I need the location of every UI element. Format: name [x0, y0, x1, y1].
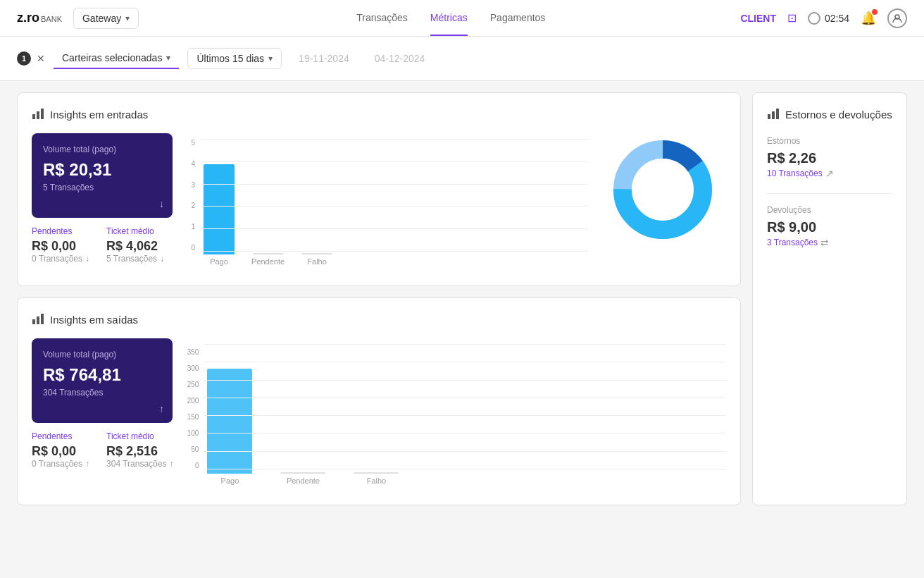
filters-bar: 1 ✕ Carteiras selecionadas ▾ Últimos 15 …	[0, 37, 924, 81]
bar-pago: Pago	[204, 164, 235, 266]
wallet-label: Carteiras selecionadas	[62, 52, 162, 63]
estornos-section: Estornos R$ 2,26 10 Transações ↗	[767, 136, 892, 179]
chart-icon	[32, 312, 44, 327]
arrow-down-icon: ↓	[159, 198, 164, 209]
estornos-card: Estornos e devoluções Estornos R$ 2,26 1…	[752, 92, 907, 505]
header: z.roBANK Gateway ▾ Transações Métricas P…	[0, 0, 924, 37]
devolucoes-transactions: 3 Transações ⇄	[767, 237, 892, 248]
screen-icon: ⊡	[787, 11, 797, 25]
wallet-selector[interactable]: Carteiras selecionadas ▾	[54, 48, 179, 69]
bar-pago-label: Pago	[210, 257, 228, 266]
devolucoes-section: Devoluções R$ 9,00 3 Transações ⇄	[767, 205, 892, 248]
date-range-selector[interactable]: Últimos 15 dias ▾	[187, 48, 282, 69]
saidas-body: Volume total (pago) R$ 764,81 304 Transa…	[32, 338, 726, 491]
saidas-pendentes-metric: Pendentes R$ 0,00 0 Transações ↑	[32, 431, 89, 469]
ticket-label: Ticket médio	[106, 431, 173, 441]
saidas-ticket-medio-metric: Ticket médio R$ 2,516 304 Transações ↑	[106, 431, 173, 469]
estornos-label: Estornos e devoluções	[785, 109, 892, 121]
svg-point-7	[632, 159, 694, 221]
arrow-topright-icon: ↗	[825, 168, 834, 179]
gateway-selector[interactable]: Gateway ▾	[73, 8, 139, 29]
client-label: CLIENT	[740, 13, 776, 24]
bar-pago-label: Pago	[221, 476, 239, 485]
tab-metricas[interactable]: Métricas	[430, 1, 468, 36]
saidas-volume-box: Volume total (pago) R$ 764,81 304 Transa…	[32, 338, 173, 423]
wallet-badge: 1	[17, 51, 31, 66]
pendentes-amount: R$ 0,00	[32, 444, 89, 459]
estornos-amount: R$ 2,26	[767, 150, 892, 166]
insights-saidas-label: Insights em saídas	[50, 314, 138, 326]
ticket-transactions: 304 Transações ↑	[106, 459, 173, 469]
bars-container: Pago Pendente Falho	[185, 344, 726, 485]
insights-entradas-title: Insights em entradas	[32, 107, 726, 122]
entradas-body: Volume total (pago) R$ 20,31 5 Transaçõe…	[32, 133, 726, 271]
pendentes-metric: Pendentes R$ 0,00 0 Transações ↓	[32, 226, 89, 264]
logo-text: z.roBANK	[17, 11, 62, 25]
volume-amount: R$ 20,31	[43, 160, 161, 180]
svg-rect-9	[37, 316, 39, 324]
gateway-label: Gateway	[82, 13, 121, 24]
logo: z.roBANK	[17, 11, 62, 25]
volume-label: Volume total (pago)	[43, 144, 161, 154]
bar-pago: Pago	[207, 369, 252, 485]
svg-rect-3	[41, 109, 44, 119]
estornos-section-label: Estornos	[767, 136, 892, 146]
main-nav: Transações Métricas Pagamentos	[161, 1, 740, 36]
right-panel: Estornos e devoluções Estornos R$ 2,26 1…	[752, 92, 907, 505]
saidas-sub-metrics: Pendentes R$ 0,00 0 Transações ↑ Ticket …	[32, 431, 173, 469]
devolucoes-section-label: Devoluções	[767, 205, 892, 215]
bar-falho: Falho	[354, 472, 399, 485]
ticket-label: Ticket médio	[106, 226, 164, 236]
saidas-bar-chart: 0 50 100 150 200 250 300 350	[185, 338, 726, 491]
ticket-transactions: 5 Transações ↓	[106, 254, 164, 264]
svg-rect-10	[41, 314, 44, 324]
date-range-label: Últimos 15 dias	[196, 53, 264, 64]
chart-icon	[32, 107, 44, 122]
pendentes-transactions: 0 Transações ↓	[32, 254, 89, 264]
bars-container: Pago Pendente Falho	[184, 139, 588, 266]
chart-icon	[767, 107, 780, 122]
entradas-volume-box: Volume total (pago) R$ 20,31 5 Transaçõe…	[32, 133, 173, 218]
svg-rect-2	[37, 111, 39, 119]
svg-rect-13	[776, 109, 779, 119]
tab-pagamentos[interactable]: Pagamentos	[490, 1, 546, 36]
main-content: Insights em entradas Volume total (pago)…	[0, 81, 924, 517]
time-display: 02:54	[808, 12, 849, 25]
insights-saidas-card: Insights em saídas Volume total (pago) R…	[17, 297, 741, 505]
arrow-down-icon: ↓	[85, 254, 89, 264]
volume-transactions: 304 Transações	[43, 388, 161, 398]
start-date: 19-11-2024	[290, 49, 358, 68]
volume-transactions: 5 Transações	[43, 183, 161, 192]
arrow-down-icon: ↓	[160, 254, 164, 264]
pendentes-label: Pendentes	[32, 226, 89, 236]
bar-pendente: Pendente	[251, 253, 285, 266]
ticket-amount: R$ 4,062	[106, 239, 164, 254]
arrow-up-icon: ↑	[85, 459, 89, 469]
insights-saidas-title: Insights em saídas	[32, 312, 726, 327]
donut-chart	[599, 133, 726, 246]
devolucoes-amount: R$ 9,00	[767, 219, 892, 235]
bar-pendente: Pendente	[280, 472, 325, 485]
entradas-bar-chart: 0 1 2 3 4 5	[184, 133, 588, 271]
user-avatar[interactable]	[887, 8, 907, 28]
bar-pendente-label: Pendente	[251, 257, 285, 266]
entradas-sub-metrics: Pendentes R$ 0,00 0 Transações ↓ Ticket …	[32, 226, 173, 264]
y-axis: 0 50 100 150 200 250 300 350	[185, 348, 201, 469]
arrow-up-icon: ↑	[159, 403, 164, 414]
insights-entradas-label: Insights em entradas	[50, 109, 148, 121]
wallet-filter[interactable]: 1 ✕	[17, 51, 45, 66]
tab-transacoes[interactable]: Transações	[356, 1, 408, 36]
ticket-amount: R$ 2,516	[106, 444, 173, 459]
filter-close-icon[interactable]: ✕	[37, 53, 45, 64]
time-value: 02:54	[825, 13, 849, 24]
chevron-down-icon: ▾	[125, 13, 130, 23]
estornos-title: Estornos e devoluções	[767, 107, 892, 122]
swap-icon: ⇄	[820, 237, 829, 248]
notifications-button[interactable]: 🔔	[861, 11, 876, 26]
bar-pendente-label: Pendente	[287, 476, 320, 485]
arrow-up-icon: ↑	[169, 459, 173, 469]
y-axis: 0 1 2 3 4 5	[184, 139, 198, 252]
volume-label: Volume total (pago)	[43, 350, 161, 359]
volume-amount: R$ 764,81	[43, 365, 161, 385]
chevron-down-icon: ▾	[268, 54, 273, 63]
